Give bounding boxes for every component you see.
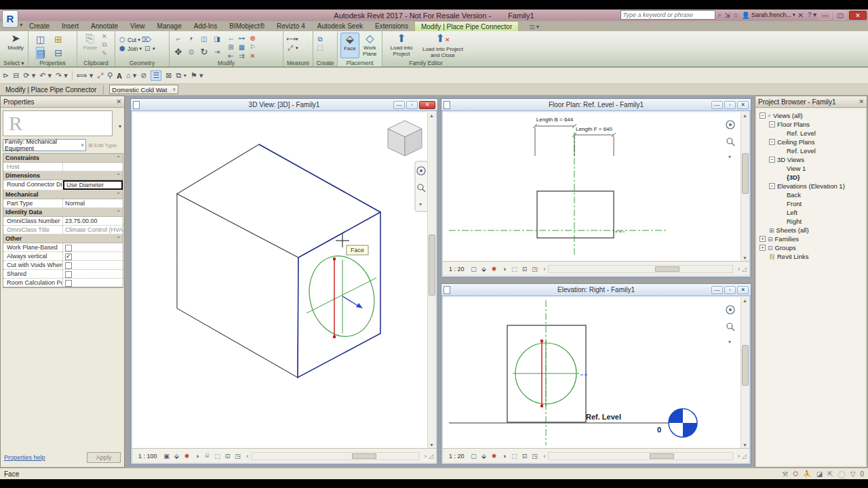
tab-create[interactable]: Create <box>23 21 56 31</box>
tree-item-view-1[interactable]: View 1 <box>757 164 865 173</box>
family-category-icon[interactable]: ⊞ <box>54 34 62 45</box>
unpin-icon[interactable]: ⊗ <box>249 35 257 42</box>
scroll-up-icon[interactable]: ▲ <box>743 113 747 118</box>
editable-only-icon[interactable]: ◪ <box>816 470 823 478</box>
scrollbar-thumb[interactable] <box>650 453 674 459</box>
visual-style-icon[interactable]: ⬙ <box>480 453 488 460</box>
connect-icon[interactable]: ⊟ <box>54 47 62 58</box>
row-shared[interactable]: Shared <box>3 270 123 279</box>
create-similar-icon[interactable]: ⬚ <box>316 44 324 52</box>
scroll-left-icon[interactable]: ‹ <box>544 453 546 460</box>
row-omniclass-number[interactable]: OmniClass Number 23.75.00.00 <box>3 217 123 226</box>
family-types-icon[interactable]: ◫ <box>36 34 44 45</box>
scroll-down-icon[interactable]: ▼ <box>743 256 747 260</box>
3d-canvas[interactable]: Face ▾ <box>132 113 436 448</box>
project-browser-header[interactable]: Project Browser - Family1 ✕ <box>755 96 867 108</box>
tree-item-right[interactable]: Right <box>757 217 865 226</box>
group-other[interactable]: Other⌃ <box>3 235 123 243</box>
load-into-project-button[interactable]: ⬆ Load into Project <box>385 33 418 58</box>
expand-icon[interactable]: + <box>760 245 766 251</box>
resize-grip[interactable]: ◿ <box>742 453 747 460</box>
row-work-plane-based[interactable]: Work Plane-Based <box>3 243 123 252</box>
scrollbar-thumb[interactable] <box>429 235 435 296</box>
tab-bimobject[interactable]: BIMobject® <box>223 21 271 31</box>
properties-help-link[interactable]: Properties help <box>4 454 45 461</box>
close-hidden-windows-icon[interactable]: ⊠ <box>165 71 172 80</box>
close-icon[interactable]: ✕ <box>116 98 121 105</box>
visual-style-icon[interactable]: ⬙ <box>480 266 488 272</box>
dimension-icon[interactable]: ⤢ <box>286 44 294 52</box>
scroll-up-icon[interactable]: ▲ <box>743 298 747 303</box>
sync-icon[interactable]: ⟳ ▾ <box>23 71 35 80</box>
always-vertical-checkbox[interactable] <box>65 253 72 260</box>
dimension-length-b[interactable] <box>533 124 576 156</box>
work-plane-based-checkbox[interactable] <box>65 245 72 251</box>
hide-isolate-icon[interactable]: ◳ <box>234 453 242 460</box>
tree-item-ceiling-plans[interactable]: − Ceiling Plans <box>757 138 865 146</box>
properties-header[interactable]: Properties ✕ <box>1 96 124 108</box>
move-icon[interactable]: ✥ <box>174 47 182 57</box>
modify-tool-button[interactable]: ➤ Modify <box>3 33 28 58</box>
revit-app-menu-button[interactable]: R▾ <box>2 10 18 28</box>
copy-tool-icon[interactable]: ⊙ <box>187 48 195 56</box>
cut-with-voids-checkbox[interactable] <box>65 262 72 269</box>
load-into-project-close-button[interactable]: ⬆✕ Load into Project and Close <box>420 33 465 58</box>
type-preview[interactable]: R <box>3 110 113 136</box>
round-connector-input[interactable]: Use Diameter <box>63 180 123 190</box>
resize-grip[interactable]: ◿ <box>429 453 433 460</box>
scroll-right-icon[interactable]: › <box>738 453 740 460</box>
thin-lines-icon[interactable]: ☰ <box>151 70 161 81</box>
worksets-icon[interactable]: ⚒ <box>782 470 788 478</box>
hide-isolate-icon[interactable]: ◳ <box>531 266 539 272</box>
family-type-combobox[interactable]: Family: Mechanical Equipment ∨ <box>3 139 86 151</box>
tab-revizto[interactable]: Revizto 4 <box>271 21 311 31</box>
crop-view-icon[interactable]: ⬚ <box>511 453 519 460</box>
scale-icon[interactable]: ▦ <box>238 43 246 51</box>
collapse-icon[interactable]: − <box>769 183 775 189</box>
mirror-line-icon[interactable]: ◨ <box>213 35 221 43</box>
vertical-scrollbar[interactable]: ▲ ▼ <box>427 113 436 448</box>
array-icon[interactable]: ⊞ <box>227 43 235 51</box>
row-cut-with-voids[interactable]: Cut with Voids When ... <box>3 261 123 270</box>
row-round-connector-dimension[interactable]: Round Connector Di... Use Diameter <box>3 180 123 190</box>
crop-view-icon[interactable]: ⬚ <box>511 266 519 272</box>
tab-modify-place-pipe-connector[interactable]: Modify | Place Pipe Connector <box>414 21 519 31</box>
save-icon[interactable]: ⊟ <box>13 71 19 80</box>
tab-insert[interactable]: Insert <box>56 21 85 31</box>
dimension-length-f[interactable] <box>572 133 616 156</box>
align-icon[interactable]: ⌐ <box>174 35 182 43</box>
show-crop-icon[interactable]: ⊡ <box>521 266 529 272</box>
create-group-icon[interactable]: ⧉ <box>316 35 324 43</box>
crop-view-icon[interactable]: ⬚ <box>214 453 222 460</box>
measure-icon[interactable]: ⟺ ▾ <box>77 71 93 80</box>
row-room-calculation-point[interactable]: Room Calculation Point <box>3 279 123 287</box>
press-drag-icon[interactable]: ⇱ <box>827 470 833 478</box>
minimize-button[interactable]: — <box>711 286 723 294</box>
row-host[interactable]: Host <box>3 163 123 171</box>
scroll-left-icon[interactable]: ‹ <box>247 453 249 460</box>
window-title-bar[interactable]: Floor Plan: Ref. Level - Family1 — ▫ ✕ <box>441 99 751 111</box>
detail-level-icon[interactable]: ▢ <box>470 266 478 272</box>
tree-item-3d[interactable]: {3D} <box>757 173 865 182</box>
collapse-icon[interactable]: − <box>760 113 766 119</box>
row-part-type[interactable]: Part Type Normal <box>3 199 123 208</box>
tab-annotate[interactable]: Annotate <box>85 21 124 31</box>
redo-icon[interactable]: ↷ ▾ <box>56 71 68 80</box>
design-options-icon[interactable]: ⛭ <box>793 470 798 478</box>
shadows-icon[interactable]: ◑ <box>193 453 201 460</box>
visual-style-icon[interactable]: ⬙ <box>173 453 181 460</box>
row-always-vertical[interactable]: Always vertical <box>3 252 123 261</box>
cut-clipboard-icon[interactable]: ✎ <box>100 49 108 57</box>
chevron-down-icon[interactable]: ▾ <box>119 123 121 129</box>
tree-item-front[interactable]: Front <box>757 199 865 208</box>
tree-item-groups[interactable]: + ⊡ Groups <box>757 243 865 252</box>
close-button[interactable]: ✕ <box>737 101 749 109</box>
navigation-bar[interactable]: ▾ <box>415 161 428 211</box>
scrollbar-thumb[interactable] <box>742 153 749 194</box>
connector-type-select[interactable]: Domestic Cold Wat ∨ <box>109 85 178 94</box>
copy-icon[interactable]: ⧉ <box>100 41 108 49</box>
row-omniclass-title[interactable]: OmniClass Title Climate Control (HVAC) <box>3 226 123 235</box>
face-button[interactable]: ⬙ Face <box>340 33 359 58</box>
minimize-button[interactable]: — <box>393 101 405 109</box>
view-cube[interactable] <box>388 121 422 156</box>
